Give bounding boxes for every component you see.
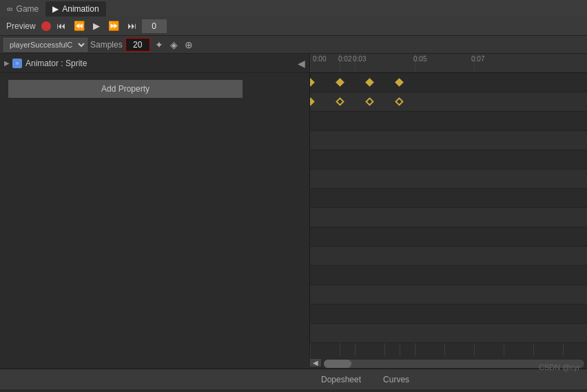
expand-arrow-icon: ▶ [4, 59, 10, 67]
ruler-vline-0 [310, 54, 311, 72]
record-button[interactable] [41, 21, 51, 31]
game-tab-label: Game [17, 4, 39, 14]
clip-selector[interactable]: playerSuccessfulC [3, 38, 87, 52]
keyframe-0-1[interactable] [336, 78, 344, 87]
dopesheet-tab[interactable]: Dopesheet [310, 369, 372, 390]
add-event-icon[interactable]: ◈ [168, 39, 180, 51]
kf-row-empty-6 [310, 227, 587, 247]
kf-row-empty-9 [310, 285, 587, 305]
ruler-mark-0: 0:00 [311, 54, 326, 63]
curves-tab[interactable]: Curves [372, 369, 420, 390]
left-panel: ▶ Animator : Sprite ◀ Add Property [0, 54, 310, 356]
keyframe-0-0[interactable] [310, 78, 315, 87]
ruler-mark-4: 0:07 [470, 54, 484, 63]
tab-game[interactable]: ∞ Game [0, 1, 45, 17]
scroll-left-button[interactable]: ◀ [310, 359, 321, 367]
kf-row-empty-11 [310, 324, 587, 343]
kf-row-empty-1 [310, 131, 587, 150]
right-panel: 0:00 0:02 0:03 0:05 0:07 [310, 54, 587, 356]
keyframe-1-0[interactable] [310, 97, 315, 106]
kf-row-empty-4 [310, 189, 587, 208]
keyframe-area [310, 73, 587, 356]
ruler-mark-3: 0:05 [412, 54, 426, 63]
play-button[interactable]: ▶ [90, 19, 103, 32]
animator-property-row[interactable]: ▶ Animator : Sprite ◀ [0, 54, 309, 73]
go-first-button[interactable]: ⏮ [54, 19, 68, 32]
go-last-button[interactable]: ⏭ [125, 19, 139, 32]
keyframe-1-2[interactable] [365, 97, 374, 106]
watermark: CSDN @cyr [539, 363, 580, 371]
kf-row-1 [310, 92, 587, 112]
toolbar: Preview ⏮ ⏪ ▶ ⏩ ⏭ [0, 17, 587, 36]
frame-input[interactable] [142, 19, 167, 33]
kf-row-empty-3 [310, 169, 587, 189]
animation-tab-icon: ▶ [52, 4, 59, 14]
game-tab-icon: ∞ [7, 4, 13, 14]
kf-row-empty-7 [310, 247, 587, 266]
ruler-mark-2: 0:03 [351, 54, 366, 63]
add-keyframe-icon[interactable]: ✦ [153, 39, 165, 51]
keyframe-0-2[interactable] [365, 78, 374, 87]
timeline-ruler: 0:00 0:02 0:03 0:05 0:07 [310, 54, 587, 73]
tab-bar: ∞ Game ▶ Animation [0, 0, 587, 17]
kf-row-empty-8 [310, 266, 587, 285]
scrollbar-area: ◀ [0, 356, 587, 369]
kf-row-empty-0 [310, 112, 587, 131]
main-area: ▶ Animator : Sprite ◀ Add Property 0:00 … [0, 54, 587, 356]
keyframe-1-1[interactable] [336, 97, 344, 106]
samples-input[interactable] [125, 38, 150, 52]
kf-row-empty-2 [310, 150, 587, 169]
collapse-button[interactable]: ◀ [298, 58, 305, 69]
kf-row-empty-10 [310, 305, 587, 324]
svg-rect-1 [16, 62, 19, 65]
keyframe-1-3[interactable] [395, 97, 404, 106]
next-frame-button[interactable]: ⏩ [105, 19, 122, 32]
animation-tab-label: Animation [62, 4, 99, 14]
clip-row: playerSuccessfulC Samples ✦ ◈ ⊕ [0, 36, 587, 54]
animator-property-name: Animator : Sprite [25, 59, 298, 68]
ruler-mark-1: 0:02 [337, 54, 351, 63]
preview-label: Preview [3, 21, 39, 31]
kf-row-0 [310, 73, 587, 92]
animator-icon [12, 59, 22, 68]
keyframe-0-3[interactable] [395, 78, 404, 87]
add-property-button[interactable]: Add Property [8, 80, 243, 98]
samples-label: Samples [90, 40, 123, 50]
kf-row-empty-5 [310, 208, 587, 227]
prev-frame-button[interactable]: ⏪ [71, 19, 87, 32]
scrollbar-thumb[interactable] [324, 360, 351, 368]
tab-animation[interactable]: ▶ Animation [45, 1, 105, 17]
plus-icon[interactable]: ⊕ [183, 39, 195, 51]
bottom-tab-bar: Dopesheet Curves [0, 369, 587, 389]
